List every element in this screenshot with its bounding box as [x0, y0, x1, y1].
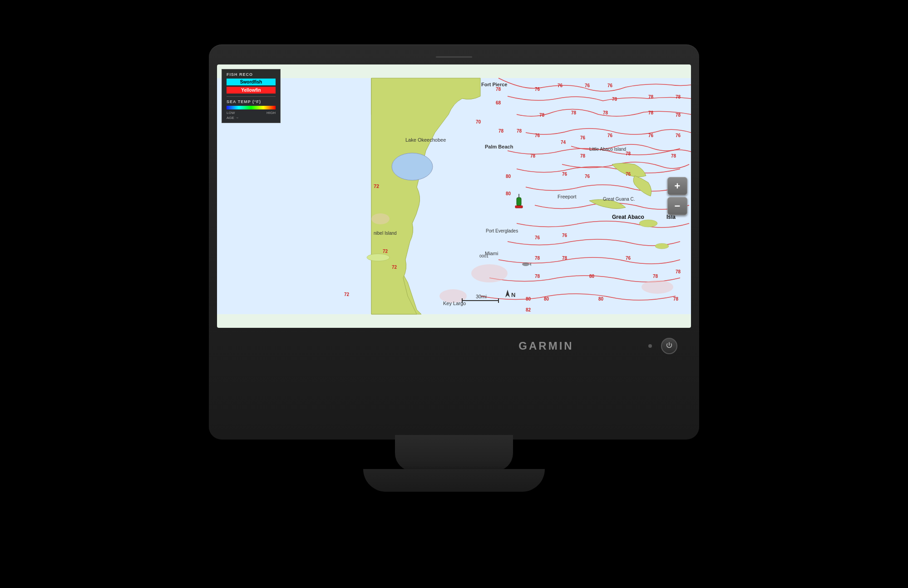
- device-body: Fort Pierce Lake Okeechobee Palm Beach L…: [209, 44, 699, 440]
- svg-text:Lake Okeechobee: Lake Okeechobee: [405, 137, 446, 143]
- svg-text:76: 76: [535, 133, 540, 138]
- svg-text:76: 76: [676, 133, 681, 138]
- svg-text:76: 76: [580, 135, 586, 140]
- sea-temp-title: SEA TEMP (°F): [227, 99, 276, 104]
- svg-rect-10: [515, 206, 523, 208]
- svg-text:78: 78: [535, 274, 540, 279]
- map-svg: Fort Pierce Lake Okeechobee Palm Beach L…: [217, 64, 691, 328]
- svg-text:78: 78: [498, 128, 504, 133]
- svg-text:68: 68: [496, 100, 501, 105]
- zoom-in-button[interactable]: +: [667, 177, 687, 195]
- svg-text:78: 78: [580, 153, 586, 158]
- fish-reco-title: FISH RECO: [227, 72, 276, 77]
- device-stand: [363, 435, 545, 508]
- svg-text:78: 78: [571, 110, 577, 115]
- legend-panel: FISH RECO Swordfish Yellowfin SEA TEMP (…: [222, 69, 281, 123]
- svg-point-8: [642, 280, 673, 294]
- garmin-device: Fort Pierce Lake Okeechobee Palm Beach L…: [204, 44, 704, 544]
- svg-text:80: 80: [598, 296, 604, 301]
- svg-text:Palm Beach: Palm Beach: [485, 144, 513, 149]
- svg-text:78: 78: [603, 110, 608, 115]
- svg-point-2: [639, 220, 657, 227]
- svg-text:76: 76: [562, 233, 568, 238]
- svg-text:72: 72: [383, 249, 388, 254]
- svg-text:78: 78: [530, 153, 536, 158]
- power-button[interactable]: [661, 338, 677, 354]
- led-indicator: [648, 344, 652, 348]
- svg-text:78: 78: [676, 94, 681, 99]
- svg-text:78: 78: [648, 94, 654, 99]
- swordfish-legend-item: Swordfish: [227, 79, 276, 85]
- svg-point-5: [471, 264, 508, 282]
- svg-text:nibel Island: nibel Island: [374, 231, 397, 236]
- svg-text:78: 78: [676, 269, 681, 274]
- map-area[interactable]: Fort Pierce Lake Okeechobee Palm Beach L…: [217, 64, 691, 328]
- svg-text:78: 78: [676, 113, 681, 118]
- svg-text:78: 78: [673, 296, 679, 301]
- svg-text:70: 70: [476, 119, 481, 124]
- bottom-bezel: GARMIN: [217, 328, 691, 364]
- svg-text:78: 78: [562, 256, 568, 261]
- stand-base: [363, 469, 545, 492]
- svg-text:Port Everglades: Port Everglades: [486, 228, 518, 233]
- svg-point-12: [522, 262, 529, 266]
- svg-text:78: 78: [648, 110, 654, 115]
- svg-text:78: 78: [612, 97, 617, 102]
- svg-text:80: 80: [506, 191, 511, 196]
- temp-high-label: HIGH: [266, 111, 276, 115]
- svg-text:74: 74: [561, 140, 566, 145]
- top-bar: [217, 53, 691, 62]
- temp-low-label: LOW: [227, 111, 235, 115]
- svg-text:Great Guana C.: Great Guana C.: [603, 197, 635, 202]
- svg-text:N: N: [511, 292, 515, 298]
- svg-text:30mi: 30mi: [476, 294, 487, 299]
- svg-text:76: 76: [626, 256, 631, 261]
- svg-text:76: 76: [585, 83, 590, 88]
- zoom-controls: + −: [667, 177, 687, 215]
- svg-text:76: 76: [648, 133, 654, 138]
- svg-text:80: 80: [506, 174, 511, 179]
- temp-gradient-bar: [227, 106, 276, 109]
- top-bar-line: [436, 56, 472, 58]
- svg-text:76: 76: [535, 235, 540, 240]
- age-label: AGE →: [227, 116, 276, 120]
- svg-text:Great Abaco: Great Abaco: [612, 214, 644, 220]
- svg-rect-9: [517, 198, 521, 206]
- svg-text:76: 76: [626, 172, 631, 177]
- svg-point-1: [392, 153, 433, 180]
- yellowfin-legend-item: Yellowfin: [227, 87, 276, 94]
- svg-point-3: [655, 243, 669, 249]
- stand-neck: [395, 435, 513, 471]
- svg-text:Fort Pierce: Fort Pierce: [481, 82, 507, 87]
- svg-text:78: 78: [626, 151, 631, 156]
- garmin-logo: GARMIN: [458, 340, 635, 352]
- svg-text:Little Abaco Island: Little Abaco Island: [589, 147, 626, 152]
- screen-container: Fort Pierce Lake Okeechobee Palm Beach L…: [217, 64, 691, 328]
- svg-text:78: 78: [535, 256, 540, 261]
- svg-text:78: 78: [671, 153, 676, 158]
- bezel-controls: [648, 338, 677, 354]
- svg-text:82: 82: [526, 307, 531, 312]
- svg-text:76: 76: [585, 174, 590, 179]
- svg-text:76: 76: [558, 83, 563, 88]
- power-icon: [665, 342, 673, 350]
- svg-text:Freeport: Freeport: [558, 194, 577, 199]
- zoom-out-button[interactable]: −: [667, 197, 687, 215]
- legend-divider: [227, 96, 276, 97]
- svg-text:78: 78: [539, 113, 545, 118]
- svg-point-7: [371, 213, 390, 224]
- svg-text:76: 76: [607, 133, 613, 138]
- svg-text:78: 78: [653, 274, 658, 279]
- svg-text:76: 76: [562, 172, 568, 177]
- svg-text:72: 72: [392, 265, 397, 270]
- svg-text:76: 76: [535, 87, 540, 92]
- svg-text:78: 78: [496, 87, 501, 92]
- svg-text:0001: 0001: [479, 254, 489, 258]
- svg-text:78: 78: [517, 128, 522, 133]
- svg-point-4: [367, 254, 390, 261]
- temp-labels: LOW HIGH: [227, 111, 276, 115]
- svg-text:80: 80: [544, 296, 549, 301]
- svg-text:72: 72: [344, 292, 350, 297]
- svg-text:76: 76: [607, 83, 613, 88]
- svg-text:80: 80: [526, 296, 531, 301]
